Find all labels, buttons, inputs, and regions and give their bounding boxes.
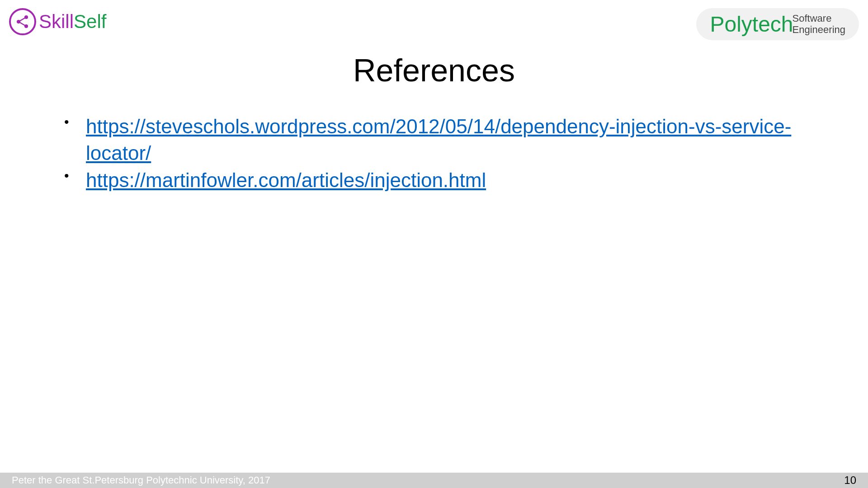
polytech-word: Polytech — [710, 12, 793, 37]
software-engineering-label: Software Engineering — [793, 13, 845, 35]
slide-footer: Peter the Great St.Petersburg Polytechni… — [0, 473, 868, 488]
reference-link[interactable]: https://martinfowler.com/articles/inject… — [86, 169, 486, 191]
logo-polytech: Polytech Software Engineering — [696, 8, 859, 40]
svg-line-4 — [19, 22, 26, 26]
se-line-1: Software — [793, 13, 845, 24]
skillself-wordmark: SkillSelf — [39, 11, 106, 33]
reference-link[interactable]: https://steveschols.wordpress.com/2012/0… — [86, 115, 791, 164]
slide-title: References — [0, 52, 868, 89]
reference-item: https://martinfowler.com/articles/inject… — [59, 167, 814, 193]
page-number: 10 — [844, 474, 856, 487]
logo-word-self: Self — [74, 11, 106, 32]
slide-header: SkillSelf Polytech Software Engineering — [9, 8, 859, 40]
svg-line-3 — [19, 17, 26, 22]
share-icon — [9, 8, 36, 35]
slide-body: https://steveschols.wordpress.com/2012/0… — [59, 113, 814, 193]
footer-text: Peter the Great St.Petersburg Polytechni… — [12, 474, 270, 486]
logo-skillself: SkillSelf — [9, 8, 106, 35]
se-line-2: Engineering — [793, 24, 845, 35]
reference-item: https://steveschols.wordpress.com/2012/0… — [59, 113, 814, 167]
logo-word-skill: Skill — [39, 11, 74, 32]
references-list: https://steveschols.wordpress.com/2012/0… — [59, 113, 814, 193]
